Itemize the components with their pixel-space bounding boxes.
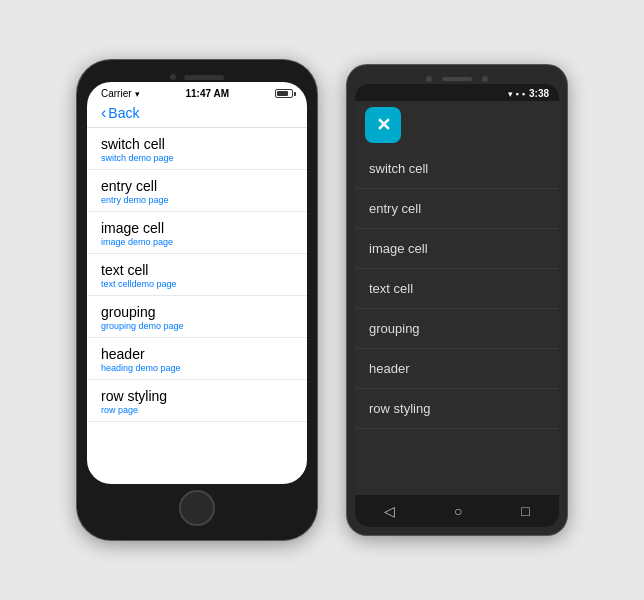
iphone-item-title: row styling [101, 388, 293, 404]
iphone-item-title: image cell [101, 220, 293, 236]
android-item-title: header [369, 361, 545, 376]
iphone-item-subtitle: row page [101, 405, 293, 415]
android-list-item[interactable]: grouping [355, 309, 559, 349]
iphone-camera [170, 74, 176, 80]
iphone-item-subtitle: entry demo page [101, 195, 293, 205]
iphone-list: switch cell switch demo page entry cell … [87, 128, 307, 484]
android-list-item[interactable]: image cell [355, 229, 559, 269]
app-icon-letter: ✕ [376, 114, 391, 136]
battery-icon [275, 89, 293, 98]
iphone-device: Carrier ▾ 11:47 AM ‹ Back switch cell sw… [77, 60, 317, 540]
android-item-title: image cell [369, 241, 545, 256]
iphone-list-item[interactable]: grouping grouping demo page [87, 296, 307, 338]
iphone-list-item[interactable]: header heading demo page [87, 338, 307, 380]
android-item-title: text cell [369, 281, 545, 296]
wifi-icon: ▾ [135, 89, 140, 99]
iphone-nav-bar: ‹ Back [87, 101, 307, 128]
android-item-title: grouping [369, 321, 545, 336]
home-nav-icon[interactable]: ○ [454, 503, 462, 519]
android-list-item[interactable]: row styling [355, 389, 559, 429]
iphone-item-title: header [101, 346, 293, 362]
iphone-speaker [184, 75, 224, 80]
iphone-carrier: Carrier ▾ [101, 88, 140, 99]
recent-nav-icon[interactable]: □ [521, 503, 529, 519]
iphone-item-title: grouping [101, 304, 293, 320]
android-speaker [442, 77, 472, 81]
android-list-item[interactable]: text cell [355, 269, 559, 309]
android-item-title: row styling [369, 401, 545, 416]
iphone-list-item[interactable]: image cell image demo page [87, 212, 307, 254]
android-item-title: entry cell [369, 201, 545, 216]
iphone-status-bar: Carrier ▾ 11:47 AM [87, 82, 307, 101]
android-nav-bar: ◁ ○ □ [355, 495, 559, 527]
iphone-list-item[interactable]: row styling row page [87, 380, 307, 422]
iphone-item-subtitle: grouping demo page [101, 321, 293, 331]
iphone-list-item[interactable]: entry cell entry demo page [87, 170, 307, 212]
android-list: switch cell entry cell image cell text c… [355, 149, 559, 495]
iphone-item-title: text cell [101, 262, 293, 278]
carrier-text: Carrier [101, 88, 132, 99]
app-icon: ✕ [365, 107, 401, 143]
back-label: Back [108, 105, 139, 121]
back-nav-icon[interactable]: ◁ [384, 503, 395, 519]
iphone-time: 11:47 AM [186, 88, 230, 99]
iphone-list-item[interactable]: text cell text celldemo page [87, 254, 307, 296]
android-header: ✕ [355, 101, 559, 149]
android-screen: ▾ ▪ ▪ 3:38 ✕ switch cell entry cell imag… [355, 84, 559, 527]
android-camera [426, 76, 432, 82]
iphone-list-item[interactable]: switch cell switch demo page [87, 128, 307, 170]
iphone-physical-top [87, 70, 307, 82]
battery-fill [277, 91, 288, 96]
battery-icon: ▪ [522, 89, 525, 99]
android-camera-2 [482, 76, 488, 82]
wifi-icon: ▾ [508, 89, 513, 99]
back-button[interactable]: ‹ Back [101, 105, 293, 121]
android-status-bar: ▾ ▪ ▪ 3:38 [355, 84, 559, 101]
iphone-item-title: switch cell [101, 136, 293, 152]
iphone-battery [275, 89, 293, 98]
android-list-item[interactable]: entry cell [355, 189, 559, 229]
back-chevron-icon: ‹ [101, 105, 106, 121]
iphone-screen: Carrier ▾ 11:47 AM ‹ Back switch cell sw… [87, 82, 307, 484]
iphone-home-button[interactable] [179, 490, 215, 526]
android-list-item[interactable]: header [355, 349, 559, 389]
iphone-item-subtitle: image demo page [101, 237, 293, 247]
iphone-item-subtitle: text celldemo page [101, 279, 293, 289]
android-device: ▾ ▪ ▪ 3:38 ✕ switch cell entry cell imag… [347, 65, 567, 535]
iphone-item-title: entry cell [101, 178, 293, 194]
iphone-bottom [87, 484, 307, 530]
android-time: 3:38 [529, 88, 549, 99]
android-list-item[interactable]: switch cell [355, 149, 559, 189]
android-status-icons: ▾ ▪ ▪ [508, 89, 525, 99]
iphone-item-subtitle: switch demo page [101, 153, 293, 163]
android-physical-top [355, 73, 559, 84]
signal-icon: ▪ [516, 89, 519, 99]
iphone-item-subtitle: heading demo page [101, 363, 293, 373]
android-item-title: switch cell [369, 161, 545, 176]
